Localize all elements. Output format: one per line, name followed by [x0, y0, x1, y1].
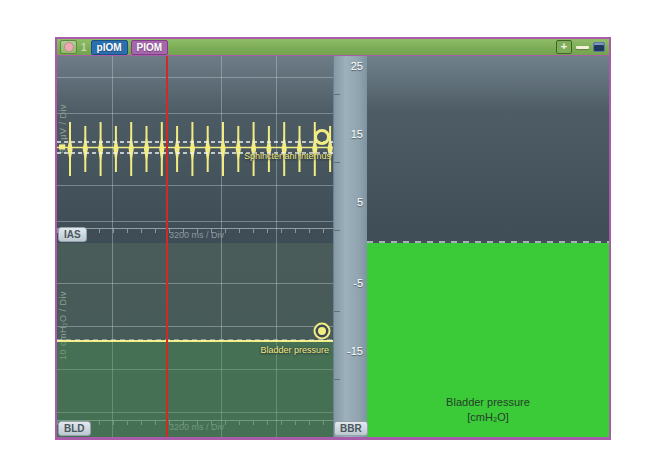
minimize-icon[interactable] — [576, 46, 589, 49]
scale-value-label: -5 — [353, 277, 363, 289]
trace-column: 50 µV / Div IAS 10 cmH₂O / Div BLD 3200 … — [57, 56, 333, 437]
title-bar: 1 pIOM PIOM + — [57, 39, 609, 56]
tab-piom-active[interactable]: pIOM — [91, 40, 128, 55]
content-area: 50 µV / Div IAS 10 cmH₂O / Div BLD 3200 … — [57, 56, 609, 437]
monitoring-window: 1 pIOM PIOM + 50 µV / Div IAS 10 cmH₂O /… — [55, 37, 611, 440]
scale-tick-mark — [334, 162, 340, 163]
sphincter-trace-label: Sphincter ani internus — [211, 151, 331, 161]
pressure-caption-unit: [cmH₂O] — [367, 410, 609, 425]
bladder-trace-label: Bladder pressure — [209, 345, 329, 355]
time-cursor-line[interactable] — [166, 56, 168, 437]
scale-tick-mark — [334, 94, 340, 95]
bbr-scale-chip[interactable]: BBR — [334, 421, 368, 436]
ias-channel-chip[interactable]: IAS — [58, 227, 87, 242]
restore-window-icon[interactable] — [593, 42, 605, 52]
instance-number: 1 — [81, 42, 87, 53]
scale-tick-mark — [334, 230, 340, 231]
scale-tick-mark — [334, 311, 340, 312]
window-controls: + — [556, 40, 605, 54]
pressure-caption-title: Bladder pressure — [367, 395, 609, 410]
pressure-bar-empty-region — [367, 56, 609, 241]
scale-value-label: 15 — [351, 128, 363, 140]
scale-value-label: 5 — [357, 196, 363, 208]
pressure-scale-bar[interactable]: BBR 25155-5-15 — [333, 56, 367, 437]
screenshot-stage: 1 pIOM PIOM + 50 µV / Div IAS 10 cmH₂O /… — [0, 0, 665, 471]
tab-piom-secondary[interactable]: PIOM — [131, 40, 169, 55]
app-menu-button[interactable] — [60, 40, 77, 54]
scale-value-label: -15 — [347, 345, 363, 357]
waveform-plot — [57, 56, 333, 437]
bld-channel-chip[interactable]: BLD — [58, 421, 91, 436]
pressure-bar-fill: Bladder pressure [cmH₂O] — [367, 243, 609, 437]
pressure-bar-caption: Bladder pressure [cmH₂O] — [367, 395, 609, 425]
bladder-pressure-panel: Bladder pressure [cmH₂O] — [367, 56, 609, 437]
record-status-icon — [64, 42, 74, 52]
add-view-button[interactable]: + — [556, 40, 572, 54]
scale-value-label: 25 — [351, 60, 363, 72]
scale-tick-mark — [334, 379, 340, 380]
